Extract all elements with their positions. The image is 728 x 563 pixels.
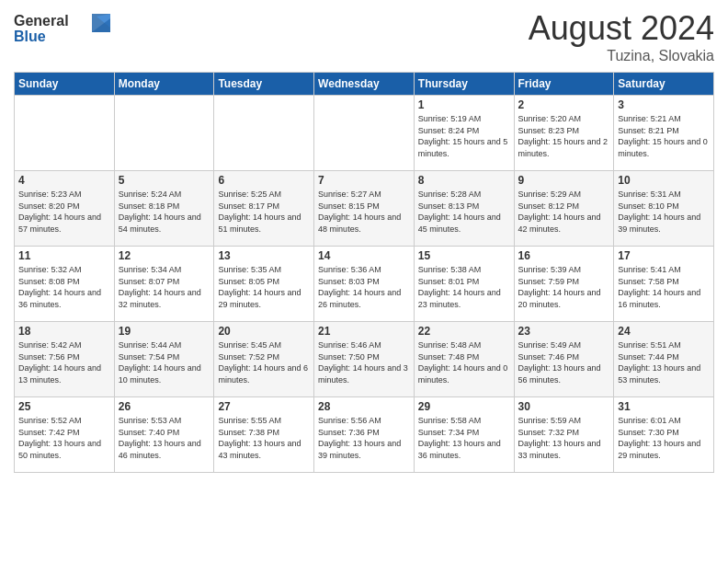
- day-info: Sunrise: 5:45 AM Sunset: 7:52 PM Dayligh…: [218, 339, 310, 385]
- calendar-cell: 26Sunrise: 5:53 AM Sunset: 7:40 PM Dayli…: [114, 397, 214, 473]
- page: General Blue August 2024 Tuzina, Slovaki…: [0, 0, 728, 563]
- svg-text:General: General: [14, 13, 69, 29]
- day-info: Sunrise: 5:49 AM Sunset: 7:46 PM Dayligh…: [518, 339, 610, 385]
- calendar-cell: 17Sunrise: 5:41 AM Sunset: 7:58 PM Dayli…: [614, 247, 714, 322]
- calendar-cell: 20Sunrise: 5:45 AM Sunset: 7:52 PM Dayli…: [214, 322, 314, 397]
- day-number: 12: [119, 249, 210, 262]
- day-info: Sunrise: 5:29 AM Sunset: 8:12 PM Dayligh…: [518, 189, 610, 235]
- calendar-cell: 1Sunrise: 5:19 AM Sunset: 8:24 PM Daylig…: [414, 96, 514, 171]
- day-info: Sunrise: 5:38 AM Sunset: 8:01 PM Dayligh…: [418, 264, 510, 310]
- day-number: 25: [18, 400, 110, 413]
- day-number: 17: [618, 249, 710, 262]
- day-number: 4: [18, 174, 110, 187]
- day-info: Sunrise: 5:19 AM Sunset: 8:24 PM Dayligh…: [418, 113, 510, 159]
- day-number: 11: [18, 249, 110, 262]
- day-number: 28: [318, 400, 410, 413]
- day-info: Sunrise: 6:01 AM Sunset: 7:30 PM Dayligh…: [618, 415, 710, 461]
- day-info: Sunrise: 5:39 AM Sunset: 7:59 PM Dayligh…: [518, 264, 610, 310]
- day-info: Sunrise: 5:59 AM Sunset: 7:32 PM Dayligh…: [518, 415, 610, 461]
- day-number: 15: [418, 249, 510, 262]
- day-info: Sunrise: 5:28 AM Sunset: 8:13 PM Dayligh…: [418, 189, 510, 235]
- day-info: Sunrise: 5:32 AM Sunset: 8:08 PM Dayligh…: [18, 264, 110, 310]
- day-info: Sunrise: 5:36 AM Sunset: 8:03 PM Dayligh…: [318, 264, 410, 310]
- calendar-cell: [114, 96, 214, 171]
- calendar-week-1: 1Sunrise: 5:19 AM Sunset: 8:24 PM Daylig…: [15, 96, 714, 171]
- day-number: 8: [418, 174, 510, 187]
- day-info: Sunrise: 5:42 AM Sunset: 7:56 PM Dayligh…: [18, 339, 110, 385]
- day-info: Sunrise: 5:24 AM Sunset: 8:18 PM Dayligh…: [119, 189, 210, 235]
- day-info: Sunrise: 5:31 AM Sunset: 8:10 PM Dayligh…: [618, 189, 710, 235]
- day-number: 27: [218, 400, 310, 413]
- calendar-week-3: 11Sunrise: 5:32 AM Sunset: 8:08 PM Dayli…: [15, 247, 714, 322]
- day-number: 1: [418, 98, 510, 111]
- day-number: 3: [618, 98, 710, 111]
- calendar-cell: 27Sunrise: 5:55 AM Sunset: 7:38 PM Dayli…: [214, 397, 314, 473]
- calendar-cell: 19Sunrise: 5:44 AM Sunset: 7:54 PM Dayli…: [114, 322, 214, 397]
- day-info: Sunrise: 5:25 AM Sunset: 8:17 PM Dayligh…: [218, 189, 310, 235]
- title-block: August 2024 Tuzina, Slovakia: [529, 9, 714, 64]
- day-number: 20: [218, 325, 310, 338]
- day-info: Sunrise: 5:44 AM Sunset: 7:54 PM Dayligh…: [119, 339, 210, 385]
- calendar-week-5: 25Sunrise: 5:52 AM Sunset: 7:42 PM Dayli…: [15, 397, 714, 473]
- weekday-header-monday: Monday: [114, 73, 214, 96]
- calendar-cell: 16Sunrise: 5:39 AM Sunset: 7:59 PM Dayli…: [514, 247, 614, 322]
- day-number: 31: [618, 400, 710, 413]
- svg-text:Blue: Blue: [14, 29, 46, 44]
- calendar-cell: 14Sunrise: 5:36 AM Sunset: 8:03 PM Dayli…: [314, 247, 415, 322]
- month-year-title: August 2024: [529, 9, 714, 48]
- day-number: 13: [218, 249, 310, 262]
- calendar-cell: 13Sunrise: 5:35 AM Sunset: 8:05 PM Dayli…: [214, 247, 314, 322]
- calendar-week-2: 4Sunrise: 5:23 AM Sunset: 8:20 PM Daylig…: [15, 171, 714, 247]
- weekday-header-row: SundayMondayTuesdayWednesdayThursdayFrid…: [15, 73, 714, 96]
- day-info: Sunrise: 5:48 AM Sunset: 7:48 PM Dayligh…: [418, 339, 510, 385]
- calendar-cell: 5Sunrise: 5:24 AM Sunset: 8:18 PM Daylig…: [114, 171, 214, 247]
- day-info: Sunrise: 5:58 AM Sunset: 7:34 PM Dayligh…: [418, 415, 510, 461]
- weekday-header-saturday: Saturday: [614, 73, 714, 96]
- weekday-header-friday: Friday: [514, 73, 614, 96]
- calendar-cell: 24Sunrise: 5:51 AM Sunset: 7:44 PM Dayli…: [614, 322, 714, 397]
- day-number: 18: [18, 325, 110, 338]
- header: General Blue August 2024 Tuzina, Slovaki…: [14, 9, 714, 64]
- calendar-table: SundayMondayTuesdayWednesdayThursdayFrid…: [14, 72, 714, 473]
- day-number: 21: [318, 325, 410, 338]
- day-info: Sunrise: 5:46 AM Sunset: 7:50 PM Dayligh…: [318, 339, 410, 385]
- day-info: Sunrise: 5:21 AM Sunset: 8:21 PM Dayligh…: [618, 113, 710, 159]
- calendar-cell: 8Sunrise: 5:28 AM Sunset: 8:13 PM Daylig…: [414, 171, 514, 247]
- day-info: Sunrise: 5:34 AM Sunset: 8:07 PM Dayligh…: [119, 264, 210, 310]
- day-number: 19: [119, 325, 210, 338]
- calendar-cell: 21Sunrise: 5:46 AM Sunset: 7:50 PM Dayli…: [314, 322, 415, 397]
- day-number: 2: [518, 98, 610, 111]
- logo-text: General Blue: [14, 9, 115, 50]
- calendar-cell: 29Sunrise: 5:58 AM Sunset: 7:34 PM Dayli…: [414, 397, 514, 473]
- calendar-cell: 4Sunrise: 5:23 AM Sunset: 8:20 PM Daylig…: [15, 171, 115, 247]
- calendar-cell: 9Sunrise: 5:29 AM Sunset: 8:12 PM Daylig…: [514, 171, 614, 247]
- calendar-cell: 28Sunrise: 5:56 AM Sunset: 7:36 PM Dayli…: [314, 397, 415, 473]
- calendar-cell: 2Sunrise: 5:20 AM Sunset: 8:23 PM Daylig…: [514, 96, 614, 171]
- day-number: 7: [318, 174, 410, 187]
- day-number: 10: [618, 174, 710, 187]
- day-number: 29: [418, 400, 510, 413]
- calendar-cell: 7Sunrise: 5:27 AM Sunset: 8:15 PM Daylig…: [314, 171, 415, 247]
- calendar-cell: [15, 96, 115, 171]
- weekday-header-wednesday: Wednesday: [314, 73, 415, 96]
- day-number: 30: [518, 400, 610, 413]
- day-info: Sunrise: 5:55 AM Sunset: 7:38 PM Dayligh…: [218, 415, 310, 461]
- location-subtitle: Tuzina, Slovakia: [529, 48, 714, 64]
- calendar-cell: [314, 96, 415, 171]
- day-info: Sunrise: 5:23 AM Sunset: 8:20 PM Dayligh…: [18, 189, 110, 235]
- day-number: 5: [119, 174, 210, 187]
- calendar-cell: 6Sunrise: 5:25 AM Sunset: 8:17 PM Daylig…: [214, 171, 314, 247]
- calendar-week-4: 18Sunrise: 5:42 AM Sunset: 7:56 PM Dayli…: [15, 322, 714, 397]
- day-info: Sunrise: 5:52 AM Sunset: 7:42 PM Dayligh…: [18, 415, 110, 461]
- day-info: Sunrise: 5:41 AM Sunset: 7:58 PM Dayligh…: [618, 264, 710, 310]
- calendar-cell: 11Sunrise: 5:32 AM Sunset: 8:08 PM Dayli…: [15, 247, 115, 322]
- calendar-cell: 31Sunrise: 6:01 AM Sunset: 7:30 PM Dayli…: [614, 397, 714, 473]
- day-number: 14: [318, 249, 410, 262]
- calendar-cell: 10Sunrise: 5:31 AM Sunset: 8:10 PM Dayli…: [614, 171, 714, 247]
- calendar-cell: 25Sunrise: 5:52 AM Sunset: 7:42 PM Dayli…: [15, 397, 115, 473]
- day-info: Sunrise: 5:51 AM Sunset: 7:44 PM Dayligh…: [618, 339, 710, 385]
- calendar-cell: 15Sunrise: 5:38 AM Sunset: 8:01 PM Dayli…: [414, 247, 514, 322]
- day-number: 24: [618, 325, 710, 338]
- day-info: Sunrise: 5:56 AM Sunset: 7:36 PM Dayligh…: [318, 415, 410, 461]
- day-number: 23: [518, 325, 610, 338]
